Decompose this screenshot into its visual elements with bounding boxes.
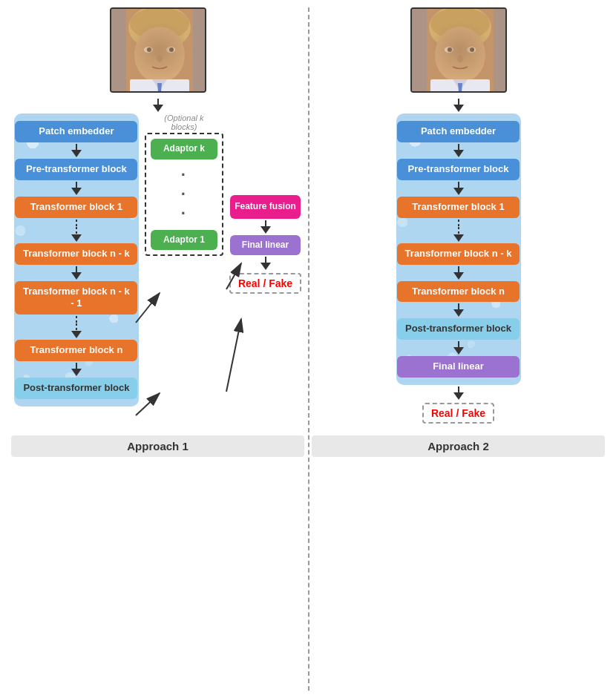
adaptor-1: Adaptor 1 xyxy=(151,230,217,251)
final-linear-2: Final linear xyxy=(397,356,520,378)
pre-transformer-1: Pre-transformer block xyxy=(15,159,137,180)
patch-embedder-1: Patch embedder xyxy=(15,121,137,142)
arrow-linear-to-realfake-2 xyxy=(453,386,464,400)
svg-point-15 xyxy=(435,27,485,83)
svg-rect-22 xyxy=(412,9,427,93)
svg-point-3 xyxy=(134,27,185,83)
svg-point-2 xyxy=(130,9,189,40)
svg-rect-12 xyxy=(412,9,507,93)
svg-point-13 xyxy=(429,9,491,50)
svg-point-17 xyxy=(467,47,476,53)
transformer-block-nk1-1: Transformer block n - k - 1 xyxy=(15,281,137,315)
svg-rect-21 xyxy=(430,79,490,93)
approach2-label: Approach 2 xyxy=(312,435,605,457)
svg-point-4 xyxy=(144,47,153,53)
svg-rect-23 xyxy=(494,9,507,93)
svg-point-19 xyxy=(470,47,474,52)
final-linear-1: Final linear xyxy=(230,235,301,256)
column-divider xyxy=(308,7,309,691)
optional-label: (Optional k blocks) xyxy=(151,113,217,131)
svg-point-20 xyxy=(457,55,463,62)
svg-point-1 xyxy=(128,9,191,50)
svg-rect-11 xyxy=(193,9,206,93)
svg-point-5 xyxy=(166,47,175,53)
transformer-block-n-2: Transformer block n xyxy=(397,281,520,303)
patch-embedder-2: Patch embedder xyxy=(397,121,520,142)
pre-transformer-2: Pre-transformer block xyxy=(397,159,520,180)
real-fake-label-1: Real / Fake xyxy=(238,277,292,289)
svg-point-18 xyxy=(448,47,452,52)
transformer-block-1-2: Transformer block 1 xyxy=(397,197,520,218)
arrow-face-to-patch-2 xyxy=(453,99,464,112)
diagram-container: Patch embedder Pre-transformer block Tra… xyxy=(0,0,616,464)
svg-rect-0 xyxy=(111,9,206,93)
main-flow-bg-1: Patch embedder Pre-transformer block Tra… xyxy=(14,113,139,406)
feature-fusion-1: Feature fusion xyxy=(230,195,301,219)
svg-point-16 xyxy=(445,47,453,53)
transformer-block-nk-2: Transformer block n - k xyxy=(397,243,520,265)
svg-point-7 xyxy=(169,47,174,52)
real-fake-box-2: Real / Fake xyxy=(422,403,494,424)
post-transformer-2: Post-transformer block xyxy=(397,318,520,340)
adaptor-k: Adaptor k xyxy=(151,139,217,159)
real-fake-label-2: Real / Fake xyxy=(431,407,485,419)
transformer-block-nk-1: Transformer block n - k xyxy=(15,243,137,265)
transformer-block-1-1: Transformer block 1 xyxy=(15,197,137,218)
approach1-label: Approach 1 xyxy=(11,435,304,457)
svg-rect-10 xyxy=(111,9,126,93)
face-image-1 xyxy=(110,7,206,93)
svg-point-6 xyxy=(147,47,151,52)
dashed-adaptor-box: Adaptor k ··· Adaptor 1 xyxy=(145,133,223,256)
real-fake-box-1: Real / Fake xyxy=(229,273,301,294)
approach2-area: Patch embedder Pre-transformer block Tra… xyxy=(308,7,609,457)
svg-point-14 xyxy=(430,9,490,40)
arrow-face-to-patch-1 xyxy=(153,99,163,112)
face-image-2 xyxy=(410,7,507,93)
svg-rect-9 xyxy=(130,79,189,93)
approach1-area: Patch embedder Pre-transformer block Tra… xyxy=(7,7,308,457)
transformer-block-n-1: Transformer block n xyxy=(15,340,137,361)
svg-point-8 xyxy=(157,55,163,62)
post-transformer-1: Post-transformer block xyxy=(15,378,137,399)
main-flow-bg-2: Patch embedder Pre-transformer block Tra… xyxy=(396,113,521,385)
